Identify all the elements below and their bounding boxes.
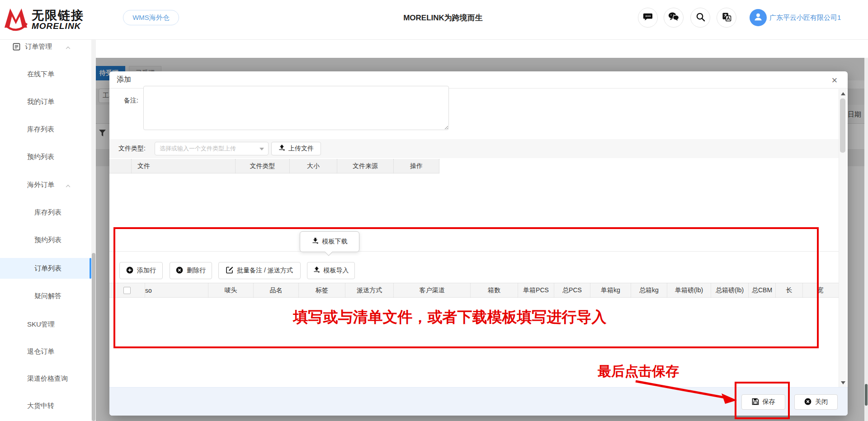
search-button[interactable]: [690, 8, 710, 28]
col-file: 文件: [131, 159, 235, 173]
header-slogan: MORELINK为跨境而生: [371, 10, 515, 25]
search-icon: [696, 12, 705, 23]
message-button[interactable]: [638, 8, 658, 28]
translate-icon: [722, 12, 731, 23]
scroll-up-arrow-icon[interactable]: [841, 92, 845, 95]
sidebar-item-channel-price-query[interactable]: 渠道价格查询: [0, 370, 91, 388]
col-file-type: 文件类型: [235, 159, 289, 173]
annotation-highlight-box: [113, 227, 819, 348]
upload-icon: [278, 145, 285, 153]
sidebar-item-sku-management[interactable]: SKU管理: [0, 315, 91, 333]
sidebar-item-reservation-list[interactable]: 预约列表: [0, 148, 91, 166]
chevron-up-icon: [66, 181, 71, 189]
remark-label: 备注:: [113, 97, 138, 105]
sidebar-item-overseas-reservation-list[interactable]: 预约列表: [0, 231, 91, 249]
workspace-pill-wms[interactable]: WMS海外仓: [123, 10, 179, 25]
translate-button[interactable]: [717, 8, 736, 28]
logo-text-en: MORELINK: [32, 22, 84, 31]
page-scrollbar[interactable]: [864, 40, 868, 421]
annotation-save-highlight-box: [735, 382, 790, 419]
sidebar-scrollbar-thumb[interactable]: [92, 253, 95, 421]
sidebar-item-bulk-transfer[interactable]: 大货中转: [0, 397, 91, 415]
sidebar-item-inventory-list[interactable]: 库存列表: [0, 120, 91, 138]
sidebar-item-online-order[interactable]: 在线下单: [0, 65, 91, 83]
active-item-indicator: [90, 258, 91, 279]
x-circle-icon: [804, 398, 811, 407]
annotation-arrow: [632, 378, 743, 408]
wechat-button[interactable]: [664, 8, 684, 28]
annotation-fill-note: 填写或与清单文件，或者下载模板填写进行导入: [253, 307, 646, 327]
sidebar-item-overseas-inventory-list[interactable]: 库存列表: [0, 203, 91, 221]
page-scrollbar-thumb[interactable]: [865, 384, 868, 406]
caret-down-icon: [259, 148, 264, 150]
file-type-placeholder: 选择或输入一个文件类型上传: [160, 145, 236, 153]
breadcrumb: [96, 40, 868, 58]
col-action: 操作: [393, 159, 439, 173]
chat-bubble-icon: [643, 12, 653, 23]
order-doc-icon: [13, 43, 20, 51]
app-logo[interactable]: 无限链接 MORELINK: [3, 5, 107, 34]
remark-textarea[interactable]: [143, 86, 449, 130]
sidebar-group-order-management[interactable]: 订单管理: [0, 37, 91, 56]
person-icon: [753, 12, 763, 23]
sidebar-group-overseas-orders[interactable]: 海外订单: [0, 176, 91, 194]
scroll-down-arrow-icon[interactable]: [841, 381, 845, 384]
file-type-label: 文件类型:: [118, 145, 146, 153]
sidebar-item-return-orders[interactable]: 退仓订单: [0, 342, 91, 360]
file-table-header: 文件 文件类型 大小 文件来源 操作: [109, 159, 439, 173]
morelink-logo-icon: [3, 7, 29, 33]
user-avatar[interactable]: [750, 9, 767, 26]
sidebar-item-order-list-active[interactable]: 订单列表: [0, 258, 91, 279]
close-button[interactable]: 关闭: [794, 394, 838, 410]
upload-file-button[interactable]: 上传文件: [271, 142, 321, 155]
sidebar-item-faq[interactable]: 疑问解答: [0, 287, 91, 305]
dialog-close-icon[interactable]: ×: [828, 74, 841, 87]
col-file-source: 文件来源: [337, 159, 393, 173]
page: 待受理 已受理 日期 无限链接 MORELINK WMS海外仓 MORELINK…: [0, 0, 868, 421]
col-size: 大小: [289, 159, 337, 173]
logo-text-cn: 无限链接: [32, 9, 84, 22]
company-name[interactable]: 广东平云小匠有限公司1: [769, 9, 841, 26]
sidebar-item-my-orders[interactable]: 我的订单: [0, 93, 91, 111]
dialog-scrollbar-thumb[interactable]: [840, 98, 845, 153]
chevron-up-icon: [66, 43, 71, 51]
wechat-icon: [668, 12, 679, 23]
file-type-select[interactable]: 选择或输入一个文件类型上传: [155, 142, 269, 155]
